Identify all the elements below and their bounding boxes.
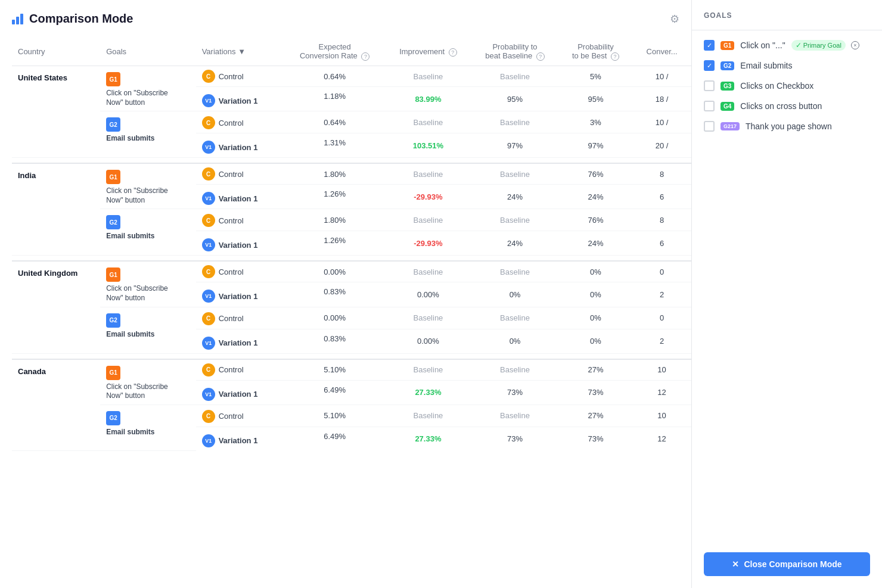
sidebar-goal-badge-g4: G4 [720, 102, 734, 111]
improvement-cell: Baseline [386, 111, 471, 133]
variation-cell: CControl [196, 307, 284, 329]
primary-goal-badge: ✓ Primary Goal [791, 40, 846, 51]
variation-name: Variation 1 [219, 436, 258, 445]
goal-badge: G1 [106, 366, 120, 380]
header: Comparison Mode ⚙ [12, 12, 691, 26]
variation-cell: V1Variation 1 [196, 231, 284, 256]
variation-name: Variation 1 [219, 143, 258, 152]
goal-checkbox-g217[interactable] [704, 121, 715, 132]
goal-label: Email submits [106, 330, 172, 340]
goal-cell: G1Click on "Subscribe Now" button [100, 66, 196, 111]
check-mark: ✓ [707, 42, 712, 49]
ptbb-cell: 24% [471, 231, 558, 256]
col-header-variations: Variations ▼ [196, 38, 284, 66]
variation-badge: C [202, 363, 215, 377]
ptbb-cell: 95% [471, 87, 558, 111]
col-header-ecr: ExpectedConversion Rate ? [284, 38, 386, 66]
variation-badge: C [202, 312, 215, 325]
table-row: G2Email submitsCControl5.10%BaselineBase… [12, 405, 691, 427]
variation-cell: V1Variation 1 [196, 329, 284, 353]
goal-checkbox-g2[interactable]: ✓ [704, 60, 715, 71]
goal-checkbox-g4[interactable] [704, 101, 715, 111]
table-row: G2Email submitsCControl1.80%BaselineBase… [12, 209, 691, 231]
variation-badge: V1 [202, 238, 215, 251]
variation-badge: C [202, 116, 215, 129]
sidebar-goal-label-wrap-g3: Clicks on Checkbox [740, 81, 813, 91]
variation-name: Variation 1 [219, 390, 258, 399]
table-body: United StatesG1Click on "Subscribe Now" … [12, 66, 691, 451]
sidebar-goal-label-wrap-g1: Click on "..."✓ Primary Goal× [740, 40, 859, 51]
section-spacer [12, 158, 691, 164]
sidebar-title: GOALS [704, 11, 732, 20]
conv-cell: 20 / [632, 133, 691, 158]
goal-label: Email submits [106, 428, 172, 437]
country-name: Canada [18, 367, 46, 376]
primary-goal-info-icon[interactable]: × [851, 41, 859, 49]
close-x-icon: ✕ [732, 559, 739, 569]
variation-badge: C [202, 265, 215, 278]
conv-cell: 0 [632, 307, 691, 329]
ptbs-cell: 0% [559, 307, 632, 329]
goal-badge: G2 [106, 117, 120, 132]
chart-bar-3 [20, 14, 23, 24]
sidebar-goal-g217: G217Thank you page shown [704, 121, 870, 132]
conv-cell: 10 / [632, 111, 691, 133]
sidebar-goal-badge-g1: G1 [720, 41, 734, 50]
variation-badge: V1 [202, 388, 215, 401]
variation-name: Control [219, 72, 244, 81]
close-comparison-button[interactable]: ✕ Close Comparison Mode [704, 552, 870, 576]
improvement-cell: Baseline [386, 209, 471, 231]
goal-checkbox-g3[interactable] [704, 80, 715, 91]
variation-badge: V1 [202, 192, 215, 205]
variation-cell: CControl [196, 261, 284, 282]
sidebar-goal-badge-g3: G3 [720, 82, 734, 91]
chart-icon [12, 14, 23, 24]
goal-cell: G2Email submits [100, 405, 196, 451]
chart-bar-1 [12, 20, 15, 24]
sidebar-goal-g3: G3Clicks on Checkbox [704, 80, 870, 91]
ptbb-help-icon[interactable]: ? [536, 52, 545, 61]
ecr-help-icon[interactable]: ? [361, 52, 369, 61]
sidebar-goal-label-wrap-g4: Clicks on cross button [740, 101, 822, 111]
conv-cell: 0 [632, 261, 691, 282]
variation-name: Control [219, 365, 244, 374]
goal-cell: G2Email submits [100, 209, 196, 256]
improvement-cell: 0.00% [386, 329, 471, 353]
sidebar-goal-g4: G4Clicks on cross button [704, 101, 870, 111]
ecr-cell: 0.00% [284, 261, 386, 282]
variation-cell: CControl [196, 209, 284, 231]
variation-cell: CControl [196, 163, 284, 185]
page-title: Comparison Mode [29, 12, 133, 26]
variation-badge: V1 [202, 94, 215, 107]
conv-cell: 10 / [632, 66, 691, 87]
variation-badge: C [202, 410, 215, 423]
checkmark-icon: ✓ [796, 41, 802, 49]
variation-name: Control [219, 267, 244, 276]
variation-badge: C [202, 167, 215, 181]
variation-cell: CControl [196, 66, 284, 87]
goal-label: Click on "Subscribe Now" button [106, 186, 172, 205]
ecr-cell: 1.26% [284, 231, 386, 256]
variation-cell: V1Variation 1 [196, 185, 284, 209]
filter-icon[interactable]: ▼ [238, 47, 246, 56]
ptbb-cell: Baseline [471, 111, 558, 133]
sidebar-goal-label-wrap-g217: Thank you page shown [746, 122, 832, 131]
ecr-cell: 5.10% [284, 405, 386, 427]
goal-badge: G1 [106, 267, 120, 282]
goal-cell: G2Email submits [100, 307, 196, 353]
conv-cell: 8 [632, 209, 691, 231]
goal-checkbox-g1[interactable]: ✓ [704, 40, 715, 51]
ptbb-cell: Baseline [471, 359, 558, 381]
improvement-cell: -29.93% [386, 231, 471, 256]
improvement-help-icon[interactable]: ? [449, 48, 457, 57]
gear-icon[interactable]: ⚙ [670, 13, 679, 26]
conv-cell: 8 [632, 163, 691, 185]
conv-cell: 18 / [632, 87, 691, 111]
ptbs-cell: 76% [559, 163, 632, 185]
ptbs-cell: 24% [559, 185, 632, 209]
ptbs-help-icon[interactable]: ? [611, 52, 619, 61]
goal-cell: G1Click on "Subscribe Now" button [100, 261, 196, 307]
sidebar-goal-g1: ✓G1Click on "..."✓ Primary Goal× [704, 40, 870, 51]
section-spacer [12, 353, 691, 359]
country-name: United States [18, 73, 67, 82]
